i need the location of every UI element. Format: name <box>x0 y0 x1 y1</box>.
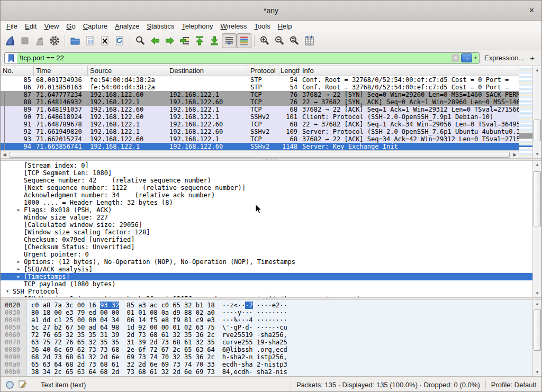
hex-row[interactable]: 00505c 27 b2 67 50 ad 64 98 1d 92 00 00 … <box>1 324 532 331</box>
expander-collapsed-icon[interactable]: ▶ <box>16 206 21 214</box>
hex-vscrollbar[interactable]: ▲ ▼ <box>532 300 541 376</box>
hex-row[interactable]: 0040a1 dd c1 25 00 00 04 34 06 14 f5 e8 … <box>1 316 532 324</box>
go-to-packet-icon[interactable] <box>177 33 192 48</box>
detail-row[interactable]: 1000 .... = Header Length: 32 bytes (8) <box>1 199 532 206</box>
expander-collapsed-icon[interactable]: ▶ <box>16 273 21 280</box>
detail-row[interactable]: ▶[SEQ/ACK analysis] <box>1 266 532 273</box>
packet-row[interactable]: 8871.648146932192.168.122.1192.168.122.6… <box>1 98 519 106</box>
find-packet-icon[interactable] <box>133 33 148 48</box>
vscroll-thumb[interactable] <box>534 120 541 141</box>
menu-capture[interactable]: Capture <box>79 22 111 31</box>
column-header-info[interactable]: Info <box>300 66 519 76</box>
column-header-time[interactable]: Time <box>34 66 88 76</box>
restart-capture-icon[interactable] <box>32 33 47 48</box>
expression-button[interactable]: Expression... <box>484 54 524 62</box>
scroll-down-icon[interactable]: ▼ <box>533 289 541 297</box>
packet-row[interactable]: 9071.648618924192.168.122.60192.168.122.… <box>1 113 519 121</box>
packet-row[interactable]: 9271.661949820192.168.122.1192.168.122.6… <box>1 128 519 135</box>
packet-list-vscrollbar[interactable]: ▲ ▼ <box>532 66 541 158</box>
close-icon[interactable]: ✕ <box>529 6 535 14</box>
menu-wireless[interactable]: Wireless <box>217 22 251 31</box>
expander-expanded-icon[interactable]: ▼ <box>5 288 10 295</box>
details-vscrollbar[interactable]: ▲ ▼ <box>532 161 541 297</box>
menu-file[interactable]: File <box>3 22 21 31</box>
packet-row[interactable]: 9371.662015274192.168.122.60192.168.122.… <box>1 135 519 143</box>
apply-filter-icon[interactable]: → <box>461 53 472 62</box>
save-file-icon[interactable]: 010101100113 <box>83 33 97 48</box>
detail-row[interactable]: ▶Flags: 0x018 (PSH, ACK) <box>1 206 532 214</box>
packet-row[interactable]: 9471.663856741192.168.122.1192.168.122.6… <box>1 143 519 150</box>
packet-row[interactable]: 9171.648789678192.168.122.1192.168.122.6… <box>1 121 519 128</box>
hscroll-thumb[interactable] <box>10 152 510 158</box>
capture-options-icon[interactable] <box>47 33 62 48</box>
hex-row[interactable]: 0020c0 a8 7a 3c 00 16 93 32 85 a3 ac c0 … <box>1 302 532 309</box>
column-header-source[interactable]: Source <box>88 66 167 76</box>
expander-collapsed-icon[interactable]: ▶ <box>16 258 21 266</box>
detail-row[interactable]: Sequence number: 42 (relative sequence n… <box>1 177 532 184</box>
start-capture-icon[interactable] <box>3 33 17 48</box>
capture-comment-icon[interactable] <box>19 379 26 390</box>
zoom-original-icon[interactable] <box>287 33 302 48</box>
filter-input[interactable]: !tcp.port == 22 <box>17 54 451 62</box>
column-header-protocol[interactable]: Protocol <box>248 66 278 76</box>
hex-row[interactable]: 00b038 34 2c 65 63 64 68 2d 73 68 61 32 … <box>1 368 532 376</box>
detail-row[interactable]: [Calculated window size: 29056] <box>1 221 532 229</box>
scroll-down-icon[interactable]: ▼ <box>533 150 541 158</box>
reload-file-icon[interactable] <box>112 33 127 48</box>
detail-row[interactable]: ▶Options: (12 bytes), No-Operation (NOP)… <box>1 258 532 266</box>
menu-tools[interactable]: Tools <box>250 22 274 31</box>
hex-row[interactable]: 008036 40 6c 69 62 73 73 68 2e 6f 72 67 … <box>1 346 532 353</box>
zoom-in-icon[interactable] <box>257 33 272 48</box>
resize-columns-icon[interactable] <box>302 33 317 48</box>
detail-row[interactable]: [Next sequence number: 1122 (relative se… <box>1 184 532 192</box>
expander-collapsed-icon[interactable]: ▶ <box>16 295 21 297</box>
packet-row[interactable]: 8771.647777234192.168.122.60192.168.122.… <box>1 91 519 98</box>
hex-row[interactable]: 006072 76 65 32 35 35 31 39 2d 73 68 61 … <box>1 331 532 339</box>
menu-help[interactable]: Help <box>274 22 296 31</box>
scroll-up-icon[interactable]: ▲ <box>533 161 541 169</box>
colorize-packets-icon[interactable] <box>237 33 251 48</box>
hex-row[interactable]: 00a065 63 64 68 2d 73 68 61 32 2d 6e 69 … <box>1 361 532 368</box>
detail-row[interactable]: Checksum: 0x79ed [unverified] <box>1 236 532 243</box>
close-file-icon[interactable] <box>97 33 112 48</box>
packet-row[interactable]: 8971.648191037192.168.122.60192.168.122.… <box>1 106 519 113</box>
stop-capture-icon[interactable] <box>17 33 32 48</box>
title-bar[interactable]: *any ✕ <box>1 1 541 21</box>
column-header-destination[interactable]: Destination <box>167 66 248 76</box>
auto-scroll-icon[interactable] <box>222 33 237 48</box>
detail-row[interactable]: Acknowledgment number: 34 (relative ack … <box>1 192 532 199</box>
hex-row[interactable]: 003080 18 00 e3 79 ed 00 00 01 01 08 0a … <box>1 309 532 316</box>
packet-minimap[interactable] <box>519 66 532 158</box>
vscroll-thumb[interactable] <box>534 171 541 227</box>
menu-analyze[interactable]: Analyze <box>111 22 143 31</box>
detail-row[interactable]: ▼SSH Protocol <box>1 288 532 295</box>
display-filter-field[interactable]: !tcp.port == 22 ✕ → ▼ <box>4 52 480 64</box>
column-header-length[interactable]: Length <box>278 66 300 76</box>
expander-collapsed-icon[interactable]: ▶ <box>16 266 21 273</box>
menu-statistics[interactable]: Statistics <box>143 22 178 31</box>
profile-text[interactable]: Profile: Default <box>491 381 536 389</box>
scroll-left-icon[interactable]: ◀ <box>1 152 8 157</box>
expert-info-icon[interactable] <box>6 381 14 389</box>
scroll-down-icon[interactable]: ▼ <box>533 368 541 376</box>
detail-row[interactable]: Urgent pointer: 0 <box>1 251 532 258</box>
menu-telephony[interactable]: Telephony <box>178 22 216 31</box>
detail-row[interactable]: TCP payload (1080 bytes) <box>1 280 532 288</box>
scroll-up-icon[interactable]: ▲ <box>533 66 541 74</box>
hex-row[interactable]: 007063 75 72 76 65 32 35 35 31 39 2d 73 … <box>1 339 532 346</box>
hex-row[interactable]: 009068 2d 73 68 61 32 2d 6e 69 73 74 70 … <box>1 353 532 361</box>
go-last-packet-icon[interactable] <box>207 33 222 48</box>
detail-row[interactable]: [TCP Segment Len: 1080] <box>1 169 532 177</box>
packet-row[interactable]: 8670.013850163fe:54:00:d4:38:2aSTP54Conf… <box>1 84 519 91</box>
menu-edit[interactable]: Edit <box>21 22 40 31</box>
go-forward-icon[interactable] <box>162 33 177 48</box>
vscroll-thumb[interactable] <box>534 309 541 351</box>
packet-list-hscrollbar[interactable]: ◀ ▶ <box>1 150 519 158</box>
menu-go[interactable]: Go <box>62 22 79 31</box>
open-file-icon[interactable] <box>68 33 83 48</box>
detail-row[interactable]: [Stream index: 0] <box>1 162 532 169</box>
detail-row[interactable]: ▶[Timestamps] <box>1 273 532 280</box>
scroll-right-icon[interactable]: ▶ <box>511 152 519 157</box>
scroll-up-icon[interactable]: ▲ <box>533 300 541 308</box>
packet-row[interactable]: 8568.001734936fe:54:00:d4:38:2aSTP54Conf… <box>1 76 519 84</box>
